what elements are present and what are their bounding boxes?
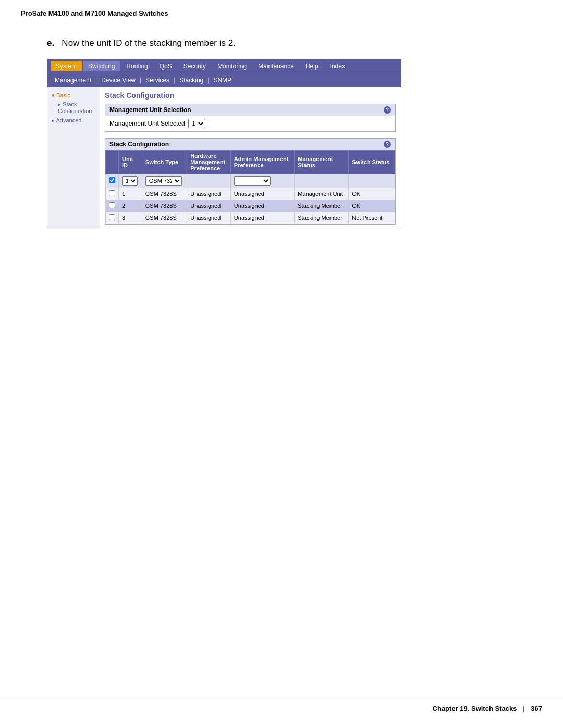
- row2-mgmt-status: Stacking Member: [295, 200, 349, 212]
- mgmt-unit-box: Management Unit Selection ? Management U…: [105, 104, 396, 132]
- row2-admin-mgmt: Unassigned: [230, 200, 294, 212]
- nav-qos[interactable]: QoS: [154, 61, 177, 71]
- subnav-stacking[interactable]: Stacking: [175, 75, 207, 85]
- edit-admin-select[interactable]: [234, 176, 271, 186]
- nav-help[interactable]: Help: [300, 61, 324, 71]
- row1-switch-status: OK: [349, 188, 395, 200]
- sidebar-basic[interactable]: ▾ Basic: [52, 92, 95, 99]
- header-title: ProSafe M4100 and M7100 Managed Switches: [21, 9, 168, 17]
- th-admin-mgmt: Admin ManagementPreference: [230, 151, 294, 174]
- sub-nav: Management | Device View | Services | St…: [47, 73, 401, 87]
- table-row: 3 GSM 7328S Unassigned Unassigned Stacki…: [106, 212, 395, 224]
- subnav-snmp[interactable]: SNMP: [209, 75, 236, 85]
- table-row: 2 GSM 7328S Unassigned Unassigned Stacki…: [106, 200, 395, 212]
- row1-unit-id: 1: [119, 188, 142, 200]
- stack-table: UnitID Switch Type HardwareManagementPre…: [105, 150, 395, 224]
- top-nav: System Switching Routing QoS Security Mo…: [47, 59, 401, 73]
- th-switch-type: Switch Type: [142, 151, 187, 174]
- nav-monitoring[interactable]: Monitoring: [212, 61, 252, 71]
- edit-mgmt-status: [295, 174, 349, 188]
- th-unit-id: UnitID: [119, 151, 142, 174]
- mgmt-unit-info-icon[interactable]: ?: [384, 106, 391, 114]
- footer-page: 367: [531, 705, 542, 712]
- row2-unit-id: 2: [119, 200, 142, 212]
- ui-panel: System Switching Routing QoS Security Mo…: [47, 59, 401, 229]
- row2-hw-mgmt: Unassigned: [187, 200, 231, 212]
- mgmt-unit-header: Management Unit Selection ?: [105, 104, 395, 116]
- row1-switch-type: GSM 7328S: [142, 188, 187, 200]
- row2-checkbox[interactable]: [106, 200, 119, 212]
- edit-hw-mgmt: [187, 174, 231, 188]
- table-edit-row: 123 GSM 7328S: [106, 174, 395, 188]
- stack-config-title: Stack Configuration: [109, 141, 169, 148]
- edit-admin-mgmt[interactable]: [230, 174, 294, 188]
- subnav-management[interactable]: Management: [51, 75, 95, 85]
- row1-checkbox[interactable]: [106, 188, 119, 200]
- row1-mgmt-status: Management Unit: [295, 188, 349, 200]
- row1-hw-mgmt: Unassigned: [187, 188, 231, 200]
- stack-config-header: Stack Configuration ?: [105, 139, 395, 150]
- stack-config-box: Stack Configuration ? UnitID Switch Type…: [105, 138, 396, 225]
- row3-unit-id: 3: [119, 212, 142, 224]
- nav-switching[interactable]: Switching: [83, 61, 120, 71]
- footer-pipe: |: [523, 705, 525, 712]
- mgmt-unit-label: Management Unit Selected:: [109, 120, 187, 127]
- nav-index[interactable]: Index: [325, 61, 350, 71]
- row3-switch-status: Not Present: [349, 212, 395, 224]
- sidebar-stack-configuration[interactable]: ▸ StackConfiguration: [52, 101, 95, 114]
- mgmt-unit-title: Management Unit Selection: [109, 106, 191, 114]
- stack-config-info-icon[interactable]: ?: [384, 141, 391, 148]
- edit-switch-type-select[interactable]: GSM 7328S: [145, 176, 182, 186]
- th-checkbox: [106, 151, 119, 174]
- table-row: 1 GSM 7328S Unassigned Unassigned Manage…: [106, 188, 395, 200]
- panel-body: ▾ Basic ▸ StackConfiguration ▸ Advanced …: [47, 87, 401, 229]
- main-area: Stack Configuration Management Unit Sele…: [100, 87, 401, 229]
- mgmt-unit-content: Management Unit Selected: 1 2 3: [105, 116, 395, 131]
- th-hw-mgmt: HardwareManagementPreference: [187, 151, 231, 174]
- th-mgmt-status: ManagementStatus: [295, 151, 349, 174]
- page-footer: Chapter 19. Switch Stacks | 367: [0, 699, 563, 712]
- page-header: ProSafe M4100 and M7100 Managed Switches: [0, 0, 563, 22]
- row3-admin-mgmt: Unassigned: [230, 212, 294, 224]
- sidebar: ▾ Basic ▸ StackConfiguration ▸ Advanced: [47, 87, 100, 229]
- edit-unit-id-select[interactable]: 123: [122, 176, 138, 186]
- edit-switch-status: [349, 174, 395, 188]
- nav-security[interactable]: Security: [178, 61, 211, 71]
- row2-switch-type: GSM 7328S: [142, 200, 187, 212]
- row3-hw-mgmt: Unassigned: [187, 212, 231, 224]
- nav-system[interactable]: System: [51, 61, 82, 71]
- subnav-device-view[interactable]: Device View: [97, 75, 140, 85]
- row2-switch-status: OK: [349, 200, 395, 212]
- footer-chapter: Chapter 19. Switch Stacks: [433, 705, 517, 712]
- section-title: Stack Configuration: [105, 91, 396, 100]
- nav-maintenance[interactable]: Maintenance: [253, 61, 299, 71]
- mgmt-unit-select[interactable]: 1 2 3: [188, 119, 205, 128]
- th-switch-status: Switch Status: [349, 151, 395, 174]
- intro-label: e.: [47, 38, 54, 48]
- nav-routing[interactable]: Routing: [121, 61, 153, 71]
- row1-admin-mgmt: Unassigned: [230, 188, 294, 200]
- edit-switch-type[interactable]: GSM 7328S: [142, 174, 187, 188]
- edit-unit-id[interactable]: 123: [119, 174, 142, 188]
- row3-mgmt-status: Stacking Member: [295, 212, 349, 224]
- table-header-row: UnitID Switch Type HardwareManagementPre…: [106, 151, 395, 174]
- row3-switch-type: GSM 7328S: [142, 212, 187, 224]
- row3-checkbox[interactable]: [106, 212, 119, 224]
- intro-text: Now the unit ID of the stacking member i…: [62, 38, 236, 48]
- sidebar-advanced[interactable]: ▸ Advanced: [52, 117, 95, 124]
- intro-paragraph: e. Now the unit ID of the stacking membe…: [31, 38, 532, 48]
- subnav-services[interactable]: Services: [141, 75, 174, 85]
- edit-checkbox[interactable]: [106, 174, 119, 188]
